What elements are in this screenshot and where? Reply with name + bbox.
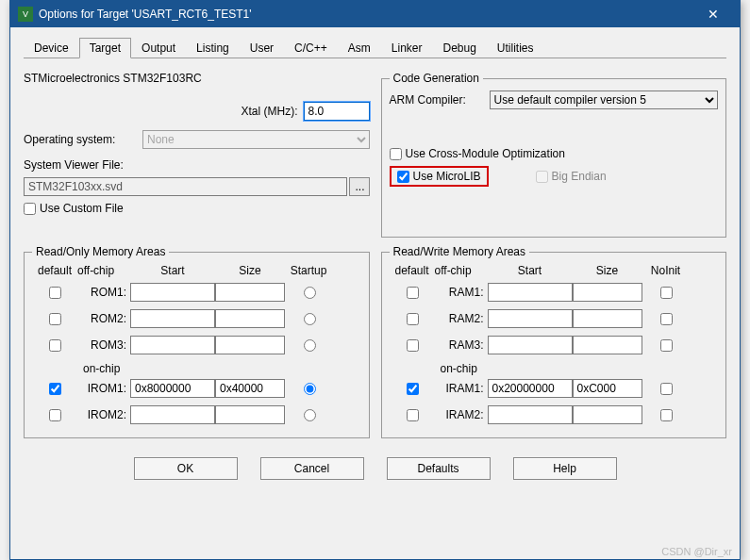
mem-default-checkbox[interactable] bbox=[49, 339, 61, 352]
ro-head-size: Size bbox=[215, 264, 285, 277]
mem-start-input[interactable] bbox=[488, 309, 573, 328]
ok-button[interactable]: OK bbox=[134, 457, 238, 480]
codegen-legend: Code Generation bbox=[390, 72, 483, 85]
compiler-select[interactable]: Use default compiler version 5 bbox=[490, 91, 719, 109]
os-select[interactable]: None bbox=[142, 130, 370, 149]
mem-size-input[interactable] bbox=[573, 405, 642, 424]
tabstrip: DeviceTargetOutputListingUserC/C++AsmLin… bbox=[24, 37, 726, 58]
mem-startup-radio[interactable] bbox=[304, 339, 316, 352]
watermark: CSDN @Dir_xr bbox=[661, 546, 732, 557]
rw-head-size: Size bbox=[573, 264, 642, 277]
window-title: Options for Target 'USART_RCT6_TEST1' bbox=[39, 8, 694, 21]
tab-user[interactable]: User bbox=[240, 38, 284, 58]
compiler-label: ARM Compiler: bbox=[390, 93, 484, 107]
mem-start-input[interactable] bbox=[130, 336, 215, 354]
mem-start-input[interactable] bbox=[488, 379, 573, 398]
mem-row: ROM2: bbox=[32, 307, 361, 330]
mem-noinit-checkbox[interactable] bbox=[660, 409, 673, 421]
rw-head-noinit: NoInit bbox=[642, 264, 690, 277]
cancel-button[interactable]: Cancel bbox=[260, 457, 364, 480]
tab-cc[interactable]: C/C++ bbox=[284, 38, 338, 58]
mem-start-input[interactable] bbox=[130, 405, 215, 424]
ro-head-startup: Startup bbox=[285, 264, 332, 277]
mem-default-checkbox[interactable] bbox=[407, 383, 419, 395]
tab-utilities[interactable]: Utilities bbox=[487, 38, 544, 58]
mem-size-input[interactable] bbox=[573, 283, 642, 302]
mem-startup-radio[interactable] bbox=[304, 383, 316, 395]
tab-output[interactable]: Output bbox=[131, 38, 186, 58]
ro-head-start: Start bbox=[130, 264, 215, 277]
readwrite-legend: Read/Write Memory Areas bbox=[390, 245, 530, 258]
mem-size-input[interactable] bbox=[573, 336, 642, 354]
mem-name: RAM2: bbox=[435, 312, 488, 325]
mem-noinit-checkbox[interactable] bbox=[660, 383, 673, 395]
mem-default-checkbox[interactable] bbox=[49, 409, 61, 421]
rw-head-start: Start bbox=[488, 264, 573, 277]
mem-name: RAM3: bbox=[435, 338, 488, 352]
use-custom-file-checkbox[interactable]: Use Custom File bbox=[24, 202, 124, 215]
mem-row: IRAM2: bbox=[390, 404, 719, 426]
mem-startup-radio[interactable] bbox=[304, 287, 316, 299]
mem-startup-radio[interactable] bbox=[304, 313, 316, 325]
mem-default-checkbox[interactable] bbox=[49, 383, 61, 395]
mem-noinit-checkbox[interactable] bbox=[660, 313, 673, 325]
mem-size-input[interactable] bbox=[215, 336, 285, 354]
titlebar: V Options for Target 'USART_RCT6_TEST1' … bbox=[10, 1, 740, 27]
defaults-button[interactable]: Defaults bbox=[387, 457, 491, 480]
device-name: STMicroelectronics STM32F103RC bbox=[24, 72, 202, 85]
mem-size-input[interactable] bbox=[215, 379, 285, 398]
mem-start-input[interactable] bbox=[488, 283, 573, 302]
mem-default-checkbox[interactable] bbox=[407, 287, 419, 299]
mem-start-input[interactable] bbox=[130, 283, 215, 302]
close-icon[interactable]: ✕ bbox=[694, 1, 732, 27]
microlib-checkbox[interactable]: Use MicroLIB bbox=[397, 170, 481, 183]
tab-asm[interactable]: Asm bbox=[338, 38, 381, 58]
cross-module-checkbox[interactable]: Use Cross-Module Optimization bbox=[390, 147, 565, 160]
mem-default-checkbox[interactable] bbox=[407, 313, 419, 325]
mem-size-input[interactable] bbox=[573, 379, 642, 398]
ro-onchip-label: on-chip bbox=[83, 360, 361, 377]
readonly-group: Read/Only Memory Areas default off-chip … bbox=[24, 245, 370, 438]
mem-name: IROM1: bbox=[77, 382, 130, 395]
mem-name: ROM3: bbox=[77, 338, 130, 352]
ro-head-default: default bbox=[32, 264, 77, 277]
cross-module-label: Use Cross-Module Optimization bbox=[406, 147, 565, 160]
mem-start-input[interactable] bbox=[488, 405, 573, 424]
tab-target[interactable]: Target bbox=[79, 38, 131, 58]
mem-row: IROM1: bbox=[32, 377, 361, 400]
mem-name: ROM2: bbox=[77, 312, 130, 325]
mem-noinit-checkbox[interactable] bbox=[660, 339, 673, 352]
mem-start-input[interactable] bbox=[130, 309, 215, 328]
mem-default-checkbox[interactable] bbox=[49, 313, 61, 325]
mem-row: IRAM1: bbox=[390, 377, 719, 400]
mem-noinit-checkbox[interactable] bbox=[660, 287, 673, 299]
tab-listing[interactable]: Listing bbox=[186, 38, 240, 58]
rw-head-default: default bbox=[390, 264, 435, 277]
mem-size-input[interactable] bbox=[215, 283, 285, 302]
mem-startup-radio[interactable] bbox=[304, 409, 316, 421]
xtal-input[interactable] bbox=[304, 102, 370, 121]
readonly-legend: Read/Only Memory Areas bbox=[32, 245, 169, 258]
mem-default-checkbox[interactable] bbox=[49, 287, 61, 299]
tab-device[interactable]: Device bbox=[24, 38, 79, 58]
mem-size-input[interactable] bbox=[215, 405, 285, 424]
ro-head-offchip: off-chip bbox=[77, 264, 130, 277]
microlib-label: Use MicroLIB bbox=[413, 170, 481, 183]
mem-default-checkbox[interactable] bbox=[407, 409, 419, 421]
help-button[interactable]: Help bbox=[513, 457, 617, 480]
svf-input[interactable] bbox=[24, 177, 347, 196]
mem-start-input[interactable] bbox=[130, 379, 215, 398]
use-custom-file-label: Use Custom File bbox=[40, 202, 124, 215]
mem-row: ROM1: bbox=[32, 281, 361, 304]
svf-browse-button[interactable]: ... bbox=[349, 177, 370, 196]
tab-debug[interactable]: Debug bbox=[432, 38, 486, 58]
big-endian-checkbox[interactable]: Big Endian bbox=[536, 170, 607, 183]
tab-linker[interactable]: Linker bbox=[381, 38, 433, 58]
readwrite-group: Read/Write Memory Areas default off-chip… bbox=[381, 245, 727, 438]
mem-size-input[interactable] bbox=[573, 309, 642, 328]
mem-start-input[interactable] bbox=[488, 336, 573, 354]
mem-name: IROM2: bbox=[77, 408, 130, 421]
rw-head-offchip: off-chip bbox=[435, 264, 488, 277]
mem-default-checkbox[interactable] bbox=[407, 339, 419, 352]
mem-size-input[interactable] bbox=[215, 309, 285, 328]
